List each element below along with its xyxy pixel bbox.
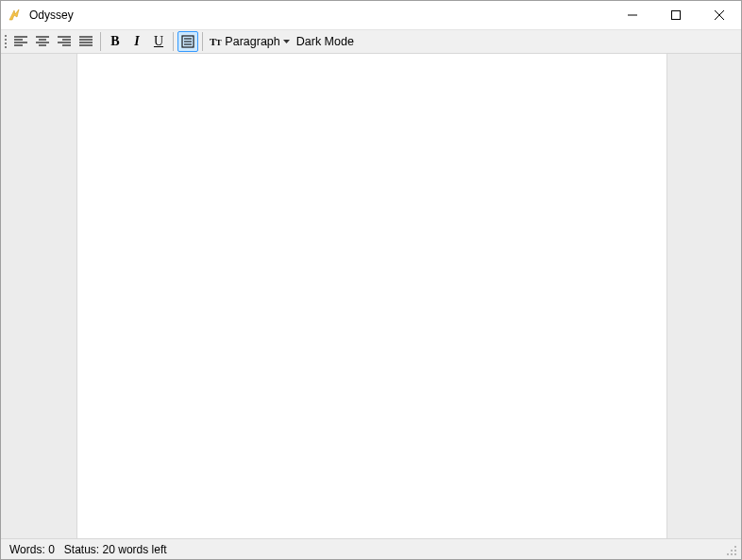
- status-bar: Words: 0 Status: 20 words left: [1, 538, 741, 559]
- align-right-icon: [58, 36, 71, 47]
- word-count: Words: 0: [5, 543, 59, 556]
- bold-button[interactable]: B: [105, 31, 126, 52]
- underline-icon: U: [154, 34, 163, 49]
- words-label: Words:: [9, 543, 45, 556]
- dark-mode-button[interactable]: Dark Mode: [294, 31, 357, 52]
- status-message: Status: 20 words left: [59, 543, 172, 556]
- align-left-icon: [14, 36, 27, 47]
- focus-mode-button[interactable]: [177, 31, 198, 52]
- svg-point-28: [731, 553, 733, 555]
- dark-mode-label: Dark Mode: [296, 35, 354, 48]
- toolbar-separator: [173, 32, 174, 51]
- svg-point-27: [727, 553, 729, 555]
- svg-point-26: [734, 550, 736, 552]
- document-page[interactable]: [77, 54, 666, 538]
- italic-button[interactable]: I: [126, 31, 147, 52]
- underline-button[interactable]: U: [148, 31, 169, 52]
- window-title: Odyssey: [27, 8, 74, 22]
- svg-point-29: [734, 553, 736, 555]
- status-label: Status:: [64, 543, 99, 556]
- svg-point-25: [731, 550, 733, 552]
- align-left-button[interactable]: [10, 31, 31, 52]
- toolbar: B I U TT Paragraph Dark Mode: [1, 29, 741, 54]
- toolbar-separator: [100, 32, 101, 51]
- maximize-button[interactable]: [654, 1, 698, 29]
- toolbar-grip: [3, 32, 8, 51]
- app-icon: [1, 8, 27, 23]
- title-bar: Odyssey: [1, 1, 741, 29]
- style-dropdown-label: Paragraph: [225, 35, 279, 48]
- resize-grip-icon[interactable]: [724, 543, 737, 556]
- svg-rect-1: [672, 11, 681, 20]
- svg-point-24: [734, 546, 736, 548]
- document-area: [1, 54, 741, 538]
- toolbar-separator: [202, 32, 203, 51]
- align-center-button[interactable]: [32, 31, 53, 52]
- words-value: 0: [48, 543, 55, 556]
- chevron-down-icon: [283, 40, 290, 43]
- align-justify-button[interactable]: [76, 31, 96, 52]
- align-center-icon: [36, 36, 49, 47]
- align-right-button[interactable]: [54, 31, 75, 52]
- style-dropdown[interactable]: TT Paragraph: [207, 31, 293, 52]
- close-button[interactable]: [698, 1, 741, 29]
- app-window: Odyssey: [0, 0, 742, 560]
- bold-icon: B: [110, 34, 119, 49]
- italic-icon: I: [134, 34, 139, 49]
- focus-mode-icon: [181, 35, 194, 48]
- status-value: 20 words left: [103, 543, 167, 556]
- font-size-icon: TT: [210, 36, 221, 47]
- align-justify-icon: [79, 36, 93, 47]
- minimize-button[interactable]: [611, 1, 654, 29]
